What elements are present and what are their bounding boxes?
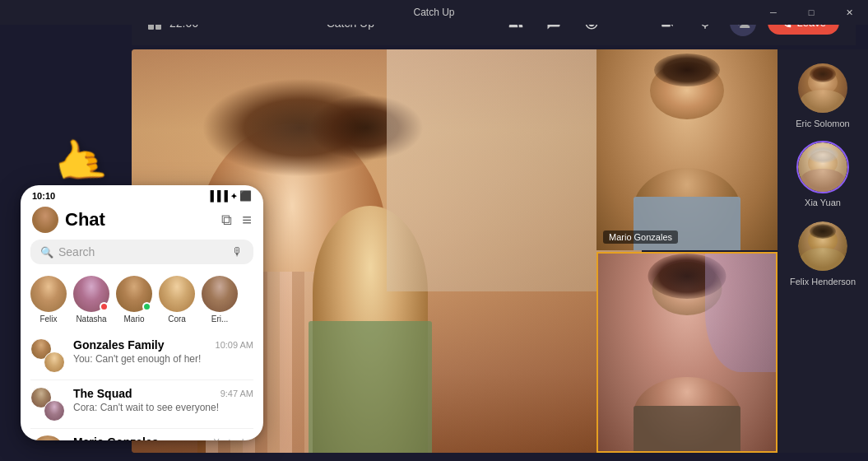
video-name-mario: Mario Gonzales — [603, 230, 678, 244]
title-bar: Catch Up ─ □ ✕ — [0, 0, 868, 25]
avatar-item-cora[interactable]: Cora — [159, 276, 195, 324]
avatar-name-mario: Mario — [123, 314, 144, 324]
search-bar[interactable]: 🔍 Search 🎙 — [30, 240, 253, 264]
mario-status — [142, 302, 151, 311]
phone-header: Chat ⧉ ≡ — [21, 203, 263, 240]
avatar-name-natasha: Natasha — [76, 314, 106, 324]
avatar-item-mario[interactable]: Mario — [116, 276, 152, 324]
chat-item-mario-gonzales[interactable]: Mario Gonzales Yesterday Will pick up pi… — [30, 429, 253, 440]
participant-eric[interactable]: Eric Solomon — [796, 62, 849, 128]
squad-preview: Cora: Can't wait to see everyone! — [73, 402, 253, 413]
participant-avatar-xia — [796, 141, 849, 193]
user-avatar — [32, 207, 58, 233]
gonzales-family-content: Gonzales Family 10:09 AM You: Can't get … — [73, 338, 253, 365]
avatar-er — [202, 276, 238, 312]
filter-icon[interactable]: ≡ — [242, 211, 252, 230]
chat-item-gonzales-family[interactable]: Gonzales Family 10:09 AM You: Can't get … — [30, 332, 253, 380]
chat-list: Gonzales Family 10:09 AM You: Can't get … — [21, 332, 263, 440]
natasha-status — [100, 302, 109, 311]
minimize-button[interactable]: ─ — [754, 0, 792, 25]
mic-icon[interactable]: 🎙 — [232, 245, 244, 258]
chat-title: Chat — [65, 209, 105, 230]
signal-area: ▐▐▐ ✦ ⬛ — [207, 190, 252, 202]
avatar-item-er[interactable]: Eri... — [202, 276, 238, 324]
squad-top: The Squad 9:47 AM — [73, 387, 253, 400]
search-placeholder: Search — [58, 245, 227, 258]
participant-avatar-felix — [796, 220, 849, 272]
phone-mockup: 10:10 ▐▐▐ ✦ ⬛ Chat ⧉ ≡ 🔍 Search 🎙 Felix — [21, 185, 263, 440]
mario-gonzales-name: Mario Gonzales — [73, 435, 158, 440]
maximize-button[interactable]: □ — [792, 0, 830, 25]
video-tile-mario: Mario Gonzales — [596, 49, 777, 250]
squad-avatar-2 — [44, 400, 65, 421]
gonzales-family-time: 10:09 AM — [216, 340, 253, 350]
participant-felix[interactable]: Felix Henderson — [790, 220, 856, 286]
mario-gonzales-content: Mario Gonzales Yesterday Will pick up pi… — [73, 435, 253, 440]
gonzales-family-avatar — [30, 338, 65, 373]
avatars-row: Felix Natasha Mario Cora Eri... — [21, 272, 263, 332]
squad-time: 9:47 AM — [220, 389, 253, 398]
gonzales-avatar-2 — [44, 352, 65, 373]
gonzales-family-top: Gonzales Family 10:09 AM — [73, 338, 253, 352]
avatar-natasha — [73, 276, 109, 312]
screen-share-icon[interactable]: ⧉ — [221, 212, 232, 229]
avatar-felix — [30, 276, 67, 312]
participant-name-eric: Eric Solomon — [796, 119, 849, 128]
status-time: 10:10 — [32, 191, 55, 201]
window-controls: ─ □ ✕ — [754, 0, 868, 25]
participant-name-xia: Xia Yuan — [805, 198, 841, 207]
mario-gonzales-time: Yesterday — [213, 437, 253, 440]
squad-avatar — [30, 387, 65, 421]
phone-title-area: Chat — [32, 207, 105, 233]
video-tile-woman — [596, 252, 777, 453]
phone-status-bar: 10:10 ▐▐▐ ✦ ⬛ — [21, 185, 263, 203]
participants-sidebar: Eric Solomon Xia Yuan Feli — [777, 49, 868, 453]
video-grid-right: Mario Gonzales — [596, 49, 777, 453]
squad-content: The Squad 9:47 AM Cora: Can't wait to se… — [73, 387, 253, 413]
avatar-name-er: Eri... — [211, 314, 229, 324]
participant-xia[interactable]: Xia Yuan — [796, 141, 849, 207]
chat-item-squad[interactable]: The Squad 9:47 AM Cora: Can't wait to se… — [30, 380, 253, 429]
participant-name-felix: Felix Henderson — [790, 277, 856, 286]
phone-header-icons: ⧉ ≡ — [221, 211, 252, 230]
search-icon: 🔍 — [40, 246, 53, 258]
close-button[interactable]: ✕ — [830, 0, 868, 25]
avatar-item-felix[interactable]: Felix — [30, 276, 67, 324]
avatar-name-felix: Felix — [39, 314, 57, 324]
window-title: Catch Up — [413, 7, 454, 18]
avatar-mario — [116, 276, 152, 312]
mario-gonzales-top: Mario Gonzales Yesterday — [73, 435, 253, 440]
mario-single-avatar — [30, 435, 65, 440]
participant-avatar-eric — [796, 62, 849, 114]
avatar-cora — [159, 276, 195, 312]
squad-name: The Squad — [73, 387, 132, 400]
avatar-name-cora: Cora — [168, 314, 186, 324]
gonzales-family-preview: You: Can't get enough of her! — [73, 353, 253, 365]
avatar-item-natasha[interactable]: Natasha — [73, 276, 109, 324]
gonzales-family-name: Gonzales Family — [73, 338, 164, 352]
